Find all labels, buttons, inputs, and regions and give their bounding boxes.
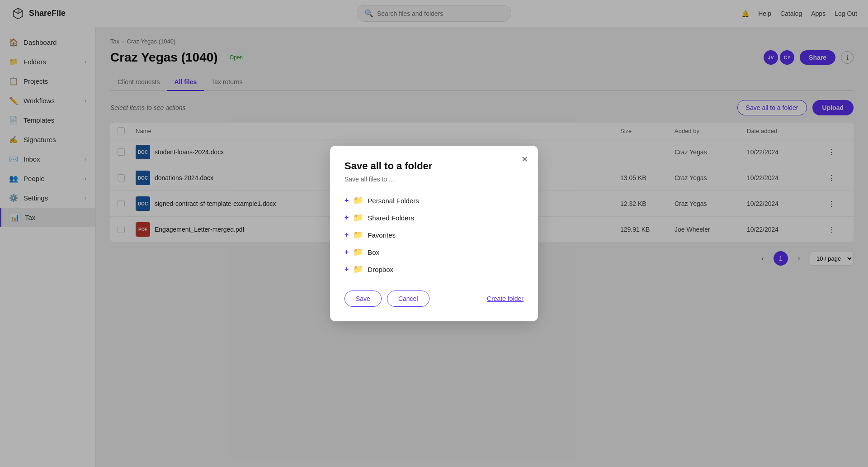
folder-label-personal: Personal Folders bbox=[368, 197, 419, 205]
folder-icon: 📁 bbox=[353, 195, 363, 205]
modal-cancel-button[interactable]: Cancel bbox=[387, 291, 429, 307]
folder-plus-icon: + bbox=[344, 196, 349, 205]
modal-overlay[interactable]: ✕ Save all to a folder Save all files to… bbox=[0, 0, 868, 467]
folder-item-shared[interactable]: + 📁 Shared Folders bbox=[344, 209, 524, 226]
folder-item-box[interactable]: + 📁 Box bbox=[344, 243, 524, 261]
folder-plus-icon: + bbox=[344, 265, 349, 273]
modal-save-button[interactable]: Save bbox=[344, 291, 382, 307]
folder-label-dropbox: Dropbox bbox=[368, 266, 393, 273]
modal-close-button[interactable]: ✕ bbox=[518, 153, 531, 166]
folder-label-box: Box bbox=[368, 248, 379, 256]
folder-plus-icon: + bbox=[344, 248, 349, 256]
modal-actions: Save Cancel Create folder bbox=[344, 291, 524, 307]
folder-item-favorites[interactable]: + 📁 Favorites bbox=[344, 226, 524, 243]
folder-label-favorites: Favorites bbox=[368, 231, 396, 239]
folder-label-shared: Shared Folders bbox=[368, 214, 414, 222]
folder-icon: 📁 bbox=[353, 264, 363, 274]
folder-icon: 📁 bbox=[353, 247, 363, 257]
folder-plus-icon: + bbox=[344, 231, 349, 239]
folder-item-dropbox[interactable]: + 📁 Dropbox bbox=[344, 261, 524, 278]
create-folder-link[interactable]: Create folder bbox=[487, 295, 524, 302]
folder-plus-icon: + bbox=[344, 214, 349, 222]
folder-item-personal[interactable]: + 📁 Personal Folders bbox=[344, 192, 524, 209]
save-to-folder-modal: ✕ Save all to a folder Save all files to… bbox=[330, 146, 538, 321]
folder-list: + 📁 Personal Folders + 📁 Shared Folders … bbox=[344, 192, 524, 278]
folder-icon: 📁 bbox=[353, 230, 363, 240]
modal-subtitle: Save all files to ... bbox=[344, 176, 524, 183]
folder-icon: 📁 bbox=[353, 213, 363, 223]
modal-title: Save all to a folder bbox=[344, 160, 524, 172]
